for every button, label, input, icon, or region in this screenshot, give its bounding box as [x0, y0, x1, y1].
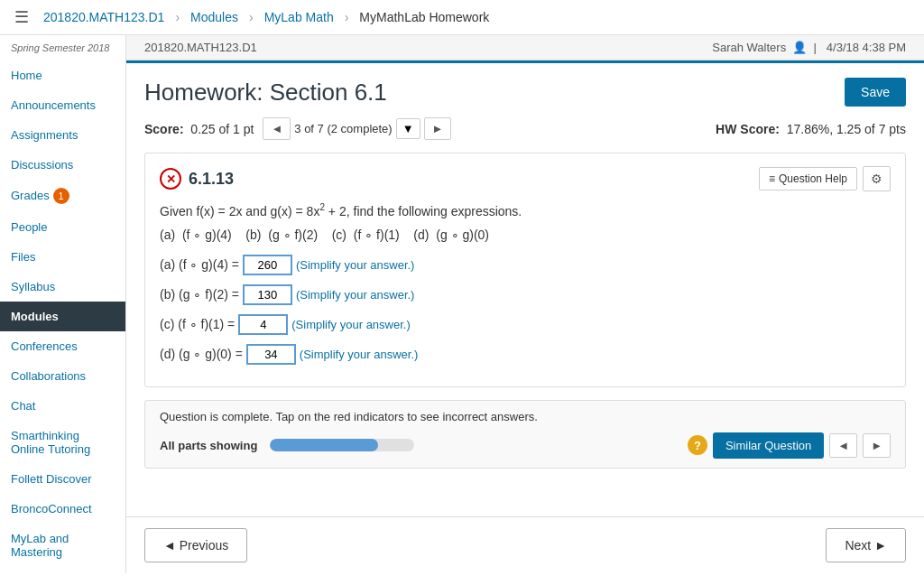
- incorrect-icon: ✕: [160, 168, 181, 190]
- breadcrumb-mylab[interactable]: MyLab Math: [264, 10, 334, 24]
- score-left: Score: 0.25 of 1 pt ◄ 3 of 7 (2 complete…: [144, 117, 451, 140]
- score-row: Score: 0.25 of 1 pt ◄ 3 of 7 (2 complete…: [144, 117, 906, 140]
- status-bar: Question is complete. Tap on the red ind…: [144, 400, 906, 469]
- main-content: 201820.MATH123.D1 Sarah Walters 👤 | 4/3/…: [126, 35, 924, 573]
- breadcrumb-modules[interactable]: Modules: [190, 10, 238, 24]
- content-area: Homework: Section 6.1 Save Score: 0.25 o…: [126, 60, 924, 516]
- header-separator: |: [814, 41, 817, 54]
- question-number-row: ✕ 6.1.13: [160, 168, 234, 190]
- breadcrumb-sep-2: ›: [249, 10, 254, 24]
- sidebar-item-grades[interactable]: Grades1: [0, 180, 125, 212]
- header-datetime: 4/3/18 4:38 PM: [827, 41, 906, 54]
- homework-title: Homework: Section 6.1: [144, 79, 387, 107]
- breadcrumb-current: MyMathLab Homework: [359, 10, 489, 24]
- sidebar-item-people[interactable]: People: [0, 212, 125, 242]
- similar-question-button[interactable]: Similar Question: [713, 432, 824, 459]
- answer-input[interactable]: [243, 255, 292, 275]
- question-text-part1: Given f(x) = 2x and g(x) = 8x: [160, 204, 319, 218]
- sidebar-item-smarthinking[interactable]: Smarthinking Online Tutoring: [0, 421, 125, 464]
- answer-input[interactable]: [238, 314, 288, 335]
- course-code: 201820.MATH123.D1: [144, 41, 257, 54]
- sidebar-item-syllabus[interactable]: Syllabus: [0, 272, 125, 302]
- status-bottom: All parts showing ? Similar Question ◄ ►: [160, 432, 891, 459]
- simplify-link[interactable]: (Simplify your answer.): [300, 348, 418, 361]
- next-question-arrow[interactable]: ►: [424, 117, 452, 140]
- next-part-arrow[interactable]: ►: [863, 433, 891, 458]
- part-label: (d) (g ∘ g)(0) =: [160, 347, 243, 361]
- sidebar-item-home[interactable]: Home: [0, 60, 125, 90]
- sidebar-item-discussions[interactable]: Discussions: [0, 150, 125, 180]
- sidebar-item-follett[interactable]: Follett Discover: [0, 464, 125, 494]
- sidebar-item-chat[interactable]: Chat: [0, 391, 125, 421]
- sidebar: Spring Semester 2018 HomeAnnouncementsAs…: [0, 35, 126, 573]
- help-circle[interactable]: ?: [688, 435, 707, 455]
- part-label: (c) (f ∘ f)(1) =: [160, 317, 235, 331]
- breadcrumb-course[interactable]: 201820.MATH123.D1: [43, 10, 164, 24]
- breadcrumb-sep-3: ›: [345, 10, 349, 24]
- hw-header: Homework: Section 6.1 Save: [144, 78, 906, 107]
- status-right: ? Similar Question ◄ ►: [688, 432, 891, 459]
- footer-nav: ◄ Previous Next ►: [126, 516, 924, 573]
- sidebar-item-announcements[interactable]: Announcements: [0, 90, 125, 120]
- parts-header-text: (a) (f ∘ g)(4) (b) (g ∘ f)(2) (c) (f ∘ f…: [160, 228, 489, 242]
- list-icon: ≡: [769, 172, 775, 185]
- answer-part-row: (c) (f ∘ f)(1) = (Simplify your answer.): [160, 314, 891, 335]
- question-title-row: ✕ 6.1.13 ≡ Question Help ⚙: [160, 166, 891, 191]
- user-name: Sarah Walters: [712, 41, 786, 54]
- part-label: (b) (g ∘ f)(2) =: [160, 287, 239, 302]
- answer-part-row: (b) (g ∘ f)(2) = (Simplify your answer.): [160, 284, 891, 305]
- simplify-link[interactable]: (Simplify your answer.): [296, 258, 414, 272]
- question-number: 6.1.13: [189, 170, 234, 189]
- course-label: Spring Semester 2018: [0, 35, 125, 60]
- layout: Spring Semester 2018 HomeAnnouncementsAs…: [0, 35, 924, 573]
- course-header: 201820.MATH123.D1 Sarah Walters 👤 | 4/3/…: [126, 35, 924, 60]
- progress-bar-fill: [270, 439, 378, 451]
- part-label: (a) (f ∘ g)(4) =: [160, 257, 239, 272]
- sidebar-item-modules[interactable]: Modules: [0, 302, 125, 331]
- score-value: 0.25 of 1 pt: [190, 122, 254, 136]
- hamburger-icon[interactable]: ☰: [14, 7, 29, 27]
- prev-part-arrow[interactable]: ◄: [829, 433, 857, 458]
- previous-button[interactable]: ◄ Previous: [144, 528, 247, 562]
- sidebar-item-files[interactable]: Files: [0, 242, 125, 272]
- sidebar-item-collaborations[interactable]: Collaborations: [0, 361, 125, 391]
- badge-grades: 1: [53, 188, 69, 204]
- answer-input[interactable]: [246, 344, 296, 365]
- hw-score-label: HW Score:: [716, 122, 780, 136]
- save-button[interactable]: Save: [845, 78, 906, 107]
- question-counter: 3 of 7 (2 complete) ▼: [294, 118, 420, 139]
- user-info: Sarah Walters 👤 | 4/3/18 4:38 PM: [712, 41, 906, 54]
- gear-button[interactable]: ⚙: [863, 166, 891, 191]
- sidebar-item-mylab[interactable]: MyLab and Mastering: [0, 524, 125, 567]
- sidebar-item-conferences[interactable]: Conferences: [0, 331, 125, 361]
- all-parts-label: All parts showing: [160, 439, 259, 452]
- question-text: Given f(x) = 2x and g(x) = 8x2 + 2, find…: [160, 202, 891, 218]
- hw-score-right: HW Score: 17.86%, 1.25 of 7 pts: [716, 122, 906, 136]
- question-text-part2: + 2, find the following expressions.: [325, 204, 522, 218]
- question-dropdown[interactable]: ▼: [396, 118, 420, 139]
- score-text: Score: 0.25 of 1 pt: [144, 122, 254, 136]
- simplify-link[interactable]: (Simplify your answer.): [296, 288, 414, 302]
- sidebar-item-bronco[interactable]: BroncoConnect: [0, 494, 125, 524]
- question-help-row: ≡ Question Help ⚙: [759, 166, 891, 191]
- prev-question-arrow[interactable]: ◄: [263, 117, 291, 140]
- top-nav: ☰ 201820.MATH123.D1 › Modules › MyLab Ma…: [0, 0, 924, 35]
- breadcrumb-sep-1: ›: [175, 10, 180, 24]
- question-counter-text: 3 of 7 (2 complete): [294, 122, 392, 135]
- answer-part-row: (a) (f ∘ g)(4) = (Simplify your answer.): [160, 255, 891, 275]
- simplify-link[interactable]: (Simplify your answer.): [291, 318, 410, 331]
- question-help-label: Question Help: [779, 172, 847, 185]
- score-label: Score:: [144, 122, 184, 136]
- question-parts-header: (a) (f ∘ g)(4) (b) (g ∘ f)(2) (c) (f ∘ f…: [160, 228, 891, 242]
- next-button[interactable]: Next ►: [826, 528, 906, 562]
- progress-bar: [270, 439, 414, 451]
- question-box: ✕ 6.1.13 ≡ Question Help ⚙ Given f(x) = …: [144, 153, 906, 387]
- question-help-button[interactable]: ≡ Question Help: [759, 167, 857, 190]
- answer-part-row: (d) (g ∘ g)(0) = (Simplify your answer.): [160, 344, 891, 365]
- sidebar-item-assignments[interactable]: Assignments: [0, 120, 125, 150]
- status-text: Question is complete. Tap on the red ind…: [160, 410, 891, 423]
- nav-arrows: ◄ 3 of 7 (2 complete) ▼ ►: [263, 117, 451, 140]
- answer-input[interactable]: [243, 284, 292, 305]
- hw-score-value: 17.86%, 1.25 of 7 pts: [787, 122, 906, 136]
